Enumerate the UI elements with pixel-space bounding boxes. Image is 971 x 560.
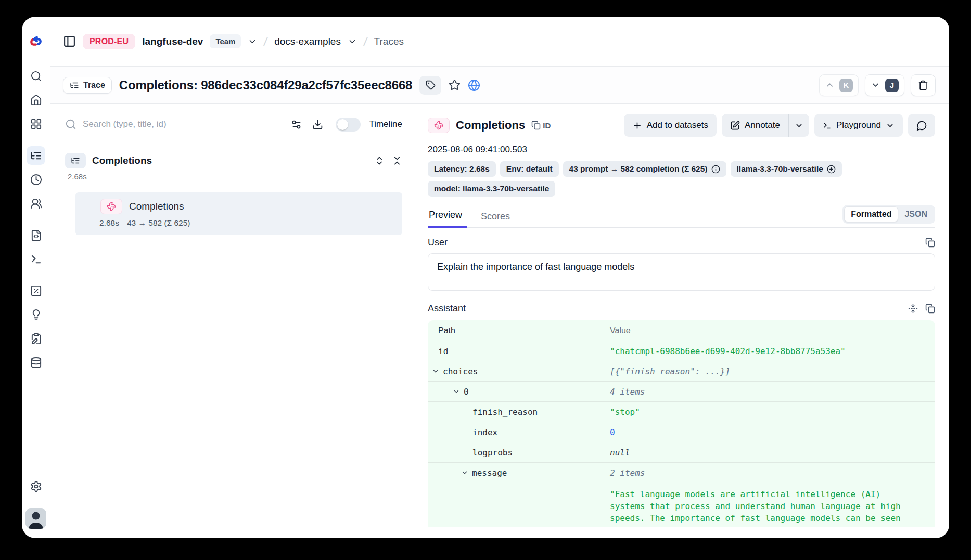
public-share-button[interactable] [468,79,480,92]
model-pill-badge[interactable]: llama-3.3-70b-versatile [731,161,842,177]
collapse-chevron-icon[interactable] [461,469,468,476]
json-row-logprobs: logprobs null [428,442,935,463]
playground-button[interactable]: Playground [814,114,903,137]
collapse-chevron-icon[interactable] [432,368,439,375]
gear-icon [30,480,42,492]
user-avatar[interactable] [25,508,46,529]
json-row-finish-reason: finish_reason "stop" [428,402,935,422]
assistant-section-label: Assistant [428,303,466,314]
tree-search-input[interactable] [83,119,280,129]
add-to-datasets-button[interactable]: Add to datasets [624,114,717,137]
previous-trace-button[interactable]: K [819,74,859,96]
format-option-json[interactable]: JSON [898,207,934,222]
environment-badge[interactable]: PROD-EU [83,34,135,49]
generation-chip [100,199,122,214]
collapse-all-button[interactable] [392,155,402,166]
copy-assistant-content-button[interactable] [925,304,935,314]
list-tree-icon [30,150,42,162]
json-value: "stop" [610,407,927,417]
tree-root-row[interactable]: Completions [65,153,402,168]
tags-button[interactable] [419,76,441,95]
latency-badge: Latency: 2.68s [428,161,496,177]
file-code-icon [30,229,42,241]
project-switcher-chevron[interactable] [348,37,357,46]
langfuse-logo-icon [28,35,44,48]
settings-sliders-icon [291,119,302,130]
annotate-dropdown-button[interactable] [789,114,809,137]
next-trace-button[interactable]: J [865,74,904,96]
download-icon [312,119,323,130]
json-value: 4 items [610,387,927,397]
json-table-header: Path Value [428,320,935,341]
sidebar-item-sessions[interactable] [27,170,45,189]
plus-circle-icon [827,165,836,174]
tab-scores[interactable]: Scores [480,211,511,228]
tree-download-button[interactable] [312,119,323,130]
copy-icon [925,304,935,314]
kbd-k: K [839,79,853,92]
users-icon [30,198,42,210]
langfuse-logo[interactable] [22,17,50,67]
tag-icon [426,80,436,90]
bookmark-star-button[interactable] [449,79,461,91]
sidebar-item-judge[interactable] [27,305,45,324]
sidebar-item-datasets[interactable] [27,353,45,372]
collapse-content-button[interactable] [908,304,918,314]
trace-type-chip[interactable]: Trace [63,77,112,94]
comments-button[interactable] [908,114,935,137]
terminal-icon [30,253,42,265]
fold-vertical-icon [908,304,918,314]
json-value: 2 items [610,468,927,478]
copy-user-content-button[interactable] [925,238,935,248]
expand-all-button[interactable] [374,155,385,166]
timeline-toggle[interactable] [336,118,361,132]
sidebar-item-home[interactable] [27,90,45,109]
format-option-formatted[interactable]: Formatted [844,206,898,222]
tree-node-label: Completions [129,201,184,212]
sidebar-item-playground[interactable] [27,250,45,268]
breadcrumb-section[interactable]: Traces [374,36,404,47]
user-section-header: User [428,237,935,248]
json-key: 0 [464,387,469,397]
sidebar-item-users[interactable] [27,194,45,213]
sidebar-item-search[interactable] [27,67,45,85]
collapse-chevron-icon[interactable] [453,388,460,395]
tree-root-duration: 2.68s [68,172,402,181]
tree-node-generation[interactable]: Completions 2.68s 43 → 582 (Σ 625) [75,192,402,235]
json-row-choices: choices [{"finish_reason": ...}] [428,361,935,382]
lightbulb-icon [30,309,42,321]
org-switcher-chevron[interactable] [248,37,257,46]
sidebar-toggle-button[interactable] [63,35,76,48]
copy-id-button[interactable] [531,121,541,130]
annotate-label: Annotate [745,120,780,131]
json-row-id: id "chatcmpl-6988b6ee-d699-402d-9e12-8bb… [428,341,935,361]
trace-nav-cluster: K J [819,74,936,96]
project-name[interactable]: docs-examples [274,36,341,47]
sidebar-item-evals[interactable] [27,281,45,300]
sidebar-item-dashboards[interactable] [27,114,45,133]
org-role-chip[interactable]: Team [210,34,241,48]
tree-root-label: Completions [92,155,152,166]
delete-trace-button[interactable] [911,74,936,96]
model-pill-label: llama-3.3-70b-versatile [737,164,823,174]
app-window: PROD-EU langfuse-dev Team / docs-example… [22,17,949,538]
org-name[interactable]: langfuse-dev [142,36,203,47]
clock-icon [30,174,42,186]
json-value: 0 [610,427,927,437]
tree-view-settings-button[interactable] [291,119,302,130]
copy-icon [925,238,935,248]
sidebar-item-prompts[interactable] [27,226,45,244]
json-key: logprobs [472,448,513,458]
annotate-button[interactable]: Annotate [722,114,788,137]
observation-tree-panel: Timeline Completions 2.68s Completions [50,104,416,538]
info-icon [711,165,720,174]
sidebar-item-annotation-queues[interactable] [27,329,45,348]
tab-preview[interactable]: Preview [428,210,467,228]
trace-type-label: Trace [83,81,105,90]
json-key: message [472,468,507,478]
sidebar-item-tracing[interactable] [27,146,45,165]
chevrons-up-down-icon [374,155,385,166]
format-toggle: Formatted JSON [842,205,935,224]
sidebar-item-settings[interactable] [27,477,45,496]
token-usage-badge[interactable]: 43 prompt → 582 completion (Σ 625) [563,161,726,177]
